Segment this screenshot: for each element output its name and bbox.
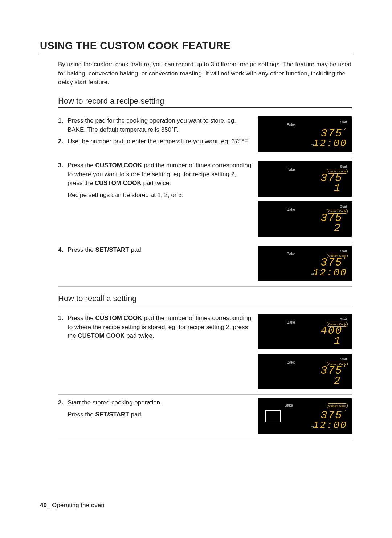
- record-steps: 1. Press the pad for the cooking operati…: [58, 113, 352, 287]
- display-mode: Bake: [287, 252, 295, 256]
- display-start-label: Start: [340, 165, 347, 168]
- display-preset: 1: [334, 182, 340, 194]
- record-step-1: 1. Press the pad for the cooking operati…: [58, 116, 253, 134]
- page-title: USING THE CUSTOM COOK FEATURE: [40, 40, 352, 54]
- step-number: 2.: [58, 137, 65, 146]
- page-number: 40: [40, 502, 47, 509]
- intro-text: By using the custom cook feature, you ca…: [58, 60, 352, 87]
- record-step-3-sub: Recipe settings can be stored at 1, 2, o…: [68, 191, 253, 200]
- record-step-1-2-row: 1. Press the pad for the cooking operati…: [58, 113, 352, 157]
- display-mode: Bake: [287, 208, 295, 211]
- display-start-label: Start: [340, 205, 347, 208]
- oven-display: Bake Start Custom Cook 375° AM 12:00: [258, 246, 352, 281]
- record-heading: How to record a recipe setting: [58, 96, 352, 108]
- record-step-2: 2. Use the number pad to enter the tempe…: [58, 137, 253, 146]
- display-start-label: Start: [340, 357, 347, 361]
- footer-section: Operating the oven: [52, 502, 105, 509]
- page-footer: 40_ Operating the oven: [40, 502, 105, 509]
- display-preset: 1: [334, 335, 340, 347]
- recall-step-2-sub: Press the SET/START pad.: [68, 410, 253, 419]
- oven-display: Bake Start 375° AM 12:00: [258, 116, 352, 152]
- display-start-label: Start: [340, 249, 347, 253]
- record-step-4: 4. Press the SET/START pad.: [58, 246, 253, 255]
- step-text: Press the CUSTOM COOK pad the number of …: [68, 314, 253, 341]
- step-text: Press the CUSTOM COOK pad the number of …: [68, 161, 253, 188]
- oven-display: Bake Start Custom Cook 375° 1: [258, 161, 352, 197]
- record-step-3-row: 3. Press the CUSTOM COOK pad the number …: [58, 157, 352, 242]
- step-text: Press the pad for the cooking operation …: [68, 116, 253, 134]
- oven-display: Bake Start Custom Cook 375° 2: [258, 201, 352, 237]
- recall-step-1: 1. Press the CUSTOM COOK pad the number …: [58, 314, 253, 341]
- display-preset: 2: [334, 375, 340, 387]
- record-step-3: 3. Press the CUSTOM COOK pad the number …: [58, 161, 253, 188]
- display-mode: Bake: [285, 403, 293, 407]
- display-clock: 12:00: [313, 420, 347, 431]
- step-text: Press the SET/START pad.: [68, 246, 143, 255]
- record-step-4-row: 4. Press the SET/START pad. Bake Start C…: [58, 242, 352, 287]
- display-mode: Bake: [287, 360, 295, 364]
- oven-display: Bake Start Custom Cook 400° 1: [258, 314, 352, 349]
- recall-step-1-row: 1. Press the CUSTOM COOK pad the number …: [58, 310, 352, 395]
- display-start-label: Start: [340, 120, 347, 124]
- display-mode: Bake: [287, 123, 295, 127]
- display-custom-cook-badge: Custom Cook: [327, 403, 348, 408]
- display-mode: Bake: [287, 320, 295, 324]
- display-selection-box-icon: [265, 410, 281, 422]
- recall-step-2-row: 2. Start the stored cooking operation. P…: [58, 395, 352, 439]
- recall-step-2: 2. Start the stored cooking operation.: [58, 398, 253, 407]
- step-text: Start the stored cooking operation.: [68, 398, 162, 407]
- oven-display: Bake Start Custom Cook 375° 2: [258, 354, 352, 389]
- step-number: 4.: [58, 246, 65, 255]
- step-text: Use the number pad to enter the temperat…: [68, 137, 249, 146]
- step-number: 1.: [58, 116, 65, 134]
- display-clock: 12:00: [313, 138, 347, 149]
- oven-display: Bake Custom Cook 375° AM 12:00: [258, 398, 352, 434]
- step-number: 3.: [58, 161, 65, 188]
- display-start-label: Start: [340, 317, 347, 321]
- display-mode: Bake: [287, 168, 295, 172]
- recall-heading: How to recall a setting: [58, 294, 352, 305]
- display-clock: 12:00: [313, 267, 347, 278]
- recall-steps: 1. Press the CUSTOM COOK pad the number …: [58, 310, 352, 439]
- step-number: 2.: [58, 398, 65, 407]
- step-number: 1.: [58, 314, 65, 341]
- display-preset: 2: [334, 222, 340, 234]
